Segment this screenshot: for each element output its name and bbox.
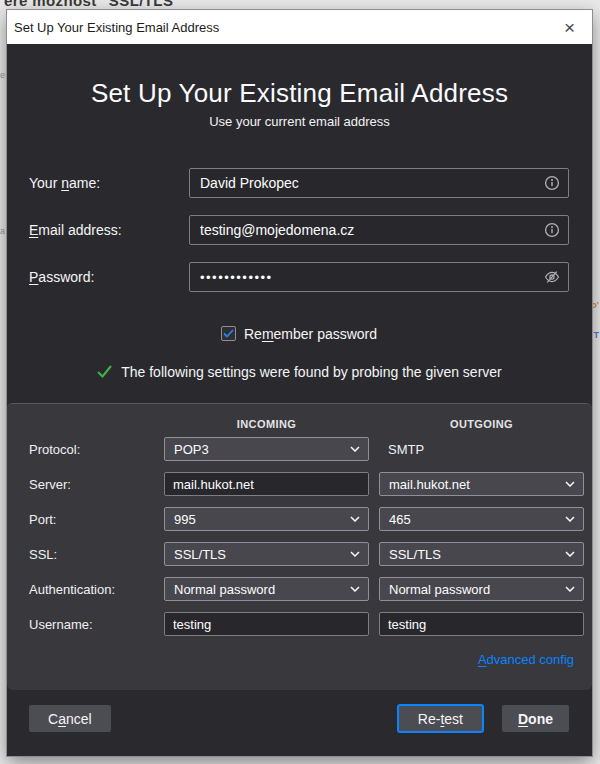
incoming-header: INCOMING [164,418,369,430]
outgoing-auth-select[interactable]: Normal password [379,577,584,601]
account-setup-dialog: Set Up Your Existing Email Address × Set… [7,10,592,756]
remember-password-label[interactable]: Remember password [244,326,377,342]
outgoing-username-input[interactable] [379,612,584,636]
email-row: Email address: [7,215,592,245]
check-icon [223,329,234,338]
background-page-text: ere možnost "SSL/TLS" [4,0,181,9]
username-label: Username: [29,617,154,632]
name-label: Your name: [29,175,189,191]
eye-slash-icon[interactable] [544,269,560,285]
advanced-config-link[interactable]: Advanced config [478,652,574,667]
email-input[interactable] [189,215,569,245]
name-input[interactable] [189,168,569,198]
password-row: Password: [7,262,592,292]
background-page-fragment: e [0,70,5,80]
background-page-fragment: o' [591,300,599,310]
advanced-config-row: Advanced config [7,650,592,668]
name-field-wrap [189,168,569,198]
username-row: Username: [7,612,592,636]
window-title: Set Up Your Existing Email Address [14,20,219,35]
retest-button[interactable]: Re-test [398,705,483,732]
protocol-row: Protocol: POP3 SMTP [7,437,592,461]
incoming-port-select[interactable]: 995 [164,507,369,531]
chevron-down-icon [565,516,575,522]
remember-password-checkbox[interactable] [221,326,236,341]
email-label: Email address: [29,222,189,238]
ssl-row: SSL: SSL/TLS SSL/TLS [7,542,592,566]
dialog-content: Set Up Your Existing Email Address Use y… [7,44,592,756]
settings-panel: INCOMING OUTGOING Protocol: POP3 SMTP Se… [7,403,592,690]
info-icon [544,222,560,238]
password-label: Password: [29,269,189,285]
server-label: Server: [29,477,154,492]
ssl-label: SSL: [29,547,154,562]
background-page-fragment: a [0,226,5,236]
probe-result: The following settings were found by pro… [7,363,592,380]
password-input[interactable] [189,262,569,292]
probe-message: The following settings were found by pro… [121,364,502,380]
password-field-wrap [189,262,569,292]
success-checkmark-icon [97,365,112,378]
done-button[interactable]: Done [502,705,569,732]
chevron-down-icon [350,551,360,557]
port-label: Port: [29,512,154,527]
protocol-label: Protocol: [29,442,154,457]
server-row: Server: mail.hukot.net [7,472,592,496]
name-row: Your name: [7,168,592,198]
authentication-label: Authentication: [29,582,154,597]
background-page-fragment: T [594,330,600,340]
window-titlebar: Set Up Your Existing Email Address × [7,10,592,44]
remember-password-row: Remember password [221,325,592,342]
panel-headers: INCOMING OUTGOING [7,416,592,431]
incoming-protocol-select[interactable]: POP3 [164,437,369,461]
chevron-down-icon [565,551,575,557]
outgoing-header: OUTGOING [379,418,584,430]
outgoing-protocol-value: SMTP [379,442,584,457]
footer-right-buttons: Re-test Done [398,705,569,732]
page-title: Set Up Your Existing Email Address [7,76,592,110]
outgoing-ssl-select[interactable]: SSL/TLS [379,542,584,566]
incoming-ssl-select[interactable]: SSL/TLS [164,542,369,566]
port-row: Port: 995 465 [7,507,592,531]
info-icon [544,175,560,191]
chevron-down-icon [350,446,360,452]
cancel-button[interactable]: Cancel [29,705,111,732]
outgoing-port-select[interactable]: 465 [379,507,584,531]
chevron-down-icon [565,586,575,592]
chevron-down-icon [350,516,360,522]
incoming-username-input[interactable] [164,612,369,636]
incoming-server-input[interactable] [164,472,369,496]
close-icon[interactable]: × [559,16,580,39]
dialog-footer: Cancel Re-test Done [7,705,592,732]
authentication-row: Authentication: Normal password Normal p… [7,577,592,601]
outgoing-server-select[interactable]: mail.hukot.net [379,472,584,496]
chevron-down-icon [350,586,360,592]
chevron-down-icon [565,481,575,487]
page-subtitle: Use your current email address [7,114,592,130]
email-field-wrap [189,215,569,245]
incoming-auth-select[interactable]: Normal password [164,577,369,601]
